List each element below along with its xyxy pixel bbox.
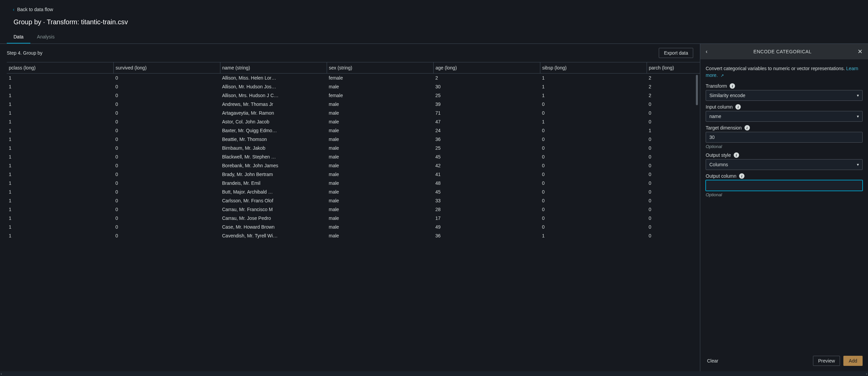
step-label: Step 4. Group by: [7, 50, 43, 56]
table-row[interactable]: 10Carlsson, Mr. Frans Olofmale3300: [7, 196, 700, 205]
table-cell: Birnbaum, Mr. Jakob: [220, 144, 327, 152]
table-row[interactable]: 10Allison, Mr. Hudson Jos…male3012: [7, 82, 700, 91]
tab-data[interactable]: Data: [7, 31, 30, 44]
table-cell: 0: [540, 152, 647, 161]
clear-button[interactable]: Clear: [706, 356, 720, 366]
table-cell: 1: [540, 117, 647, 126]
table-row[interactable]: 10Blackwell, Mr. Stephen …male4500: [7, 152, 700, 161]
table-cell: 1: [7, 91, 113, 100]
chevron-down-icon: ▾: [857, 162, 859, 167]
table-cell: 39: [433, 100, 540, 109]
back-link[interactable]: ‹ Back to data flow: [7, 5, 59, 13]
info-icon[interactable]: i: [730, 83, 735, 89]
table-cell: 0: [113, 214, 220, 223]
table-row[interactable]: 10Artagaveytia, Mr. Ramonmale7100: [7, 109, 700, 117]
info-icon[interactable]: i: [744, 125, 750, 131]
optional-hint: Optional: [706, 144, 863, 149]
table-cell: male: [327, 231, 433, 240]
table-cell: 0: [647, 161, 700, 170]
column-header[interactable]: name (string): [220, 62, 327, 74]
table-cell: Butt, Major. Archibald …: [220, 187, 327, 196]
table-row[interactable]: 10Allison, Mrs. Hudson J C…female2512: [7, 91, 700, 100]
table-cell: male: [327, 82, 433, 91]
table-cell: 1: [7, 187, 113, 196]
table-row[interactable]: 10Butt, Major. Archibald …male4500: [7, 187, 700, 196]
table-row[interactable]: 10Birnbaum, Mr. Jakobmale2500: [7, 144, 700, 152]
column-header[interactable]: pclass (long): [7, 62, 113, 74]
table-cell: female: [327, 74, 433, 83]
panel-title: ENCODE CATEGORICAL: [707, 49, 858, 54]
scroll-right-icon[interactable]: ›: [866, 372, 867, 376]
table-cell: 25: [433, 144, 540, 152]
tab-analysis[interactable]: Analysis: [30, 31, 61, 44]
table-row[interactable]: 10Case, Mr. Howard Brownmale4900: [7, 223, 700, 231]
input-column-select[interactable]: name ▾: [706, 111, 863, 122]
table-cell: 33: [433, 196, 540, 205]
data-table: pclass (long)survived (long)name (string…: [7, 62, 700, 240]
table-cell: Artagaveytia, Mr. Ramon: [220, 109, 327, 117]
table-row[interactable]: 10Cavendish, Mr. Tyrell Wi…male3610: [7, 231, 700, 240]
table-row[interactable]: 10Brady, Mr. John Bertrammale4100: [7, 170, 700, 179]
table-cell: 0: [540, 214, 647, 223]
table-cell: male: [327, 126, 433, 135]
table-scrollbar[interactable]: [696, 75, 698, 105]
close-icon[interactable]: ✕: [858, 48, 863, 55]
transform-select[interactable]: Similarity encode ▾: [706, 90, 863, 101]
preview-button[interactable]: Preview: [813, 356, 840, 366]
table-cell: male: [327, 109, 433, 117]
table-cell: male: [327, 117, 433, 126]
add-button[interactable]: Add: [843, 356, 863, 366]
panel-description: Convert categorical variables to numeric…: [706, 65, 863, 79]
target-dimension-input[interactable]: [706, 132, 863, 143]
table-cell: 28: [433, 205, 540, 214]
table-cell: 0: [647, 117, 700, 126]
table-row[interactable]: 10Carrau, Mr. Francisco Mmale2800: [7, 205, 700, 214]
table-cell: 0: [113, 135, 220, 144]
table-row[interactable]: 10Allison, Miss. Helen Lor…female212: [7, 74, 700, 83]
page-title: Group by · Transform: titantic-train.csv: [7, 13, 861, 31]
table-cell: 1: [647, 126, 700, 135]
table-row[interactable]: 10Astor, Col. John Jacobmale4710: [7, 117, 700, 126]
column-header[interactable]: age (long): [433, 62, 540, 74]
column-header[interactable]: sibsp (long): [540, 62, 647, 74]
table-cell: male: [327, 179, 433, 187]
table-cell: 1: [7, 144, 113, 152]
back-link-label: Back to data flow: [17, 7, 53, 12]
column-header[interactable]: parch (long): [647, 62, 700, 74]
table-cell: 0: [647, 187, 700, 196]
output-column-input[interactable]: [706, 180, 863, 191]
side-panel: ‹ ENCODE CATEGORICAL ✕ Convert categoric…: [700, 44, 868, 371]
table-cell: 0: [113, 91, 220, 100]
table-row[interactable]: 10Brandeis, Mr. Emilmale4800: [7, 179, 700, 187]
table-row[interactable]: 10Carrau, Mr. Jose Pedromale1700: [7, 214, 700, 223]
horizontal-scrollbar[interactable]: ‹ ›: [0, 371, 868, 376]
table-row[interactable]: 10Andrews, Mr. Thomas Jrmale3900: [7, 100, 700, 109]
table-cell: male: [327, 170, 433, 179]
table-cell: 0: [113, 205, 220, 214]
table-cell: 0: [113, 187, 220, 196]
table-cell: 1: [7, 152, 113, 161]
table-cell: 2: [647, 74, 700, 83]
output-style-select[interactable]: Columns ▾: [706, 159, 863, 170]
table-cell: 41: [433, 170, 540, 179]
scroll-left-icon[interactable]: ‹: [1, 372, 2, 376]
info-icon[interactable]: i: [734, 152, 739, 158]
chevron-left-icon: ‹: [13, 7, 15, 12]
table-cell: 0: [113, 196, 220, 205]
table-row[interactable]: 10Baxter, Mr. Quigg Edmo…male2401: [7, 126, 700, 135]
table-row[interactable]: 10Borebank, Mr. John Jamesmale4200: [7, 161, 700, 170]
column-header[interactable]: survived (long): [113, 62, 220, 74]
table-cell: 0: [647, 135, 700, 144]
table-cell: female: [327, 91, 433, 100]
export-data-button[interactable]: Export data: [659, 48, 693, 58]
table-cell: 45: [433, 152, 540, 161]
info-icon[interactable]: i: [735, 104, 741, 110]
table-cell: 0: [113, 144, 220, 152]
table-cell: 1: [7, 126, 113, 135]
table-cell: 0: [647, 170, 700, 179]
table-row[interactable]: 10Beattie, Mr. Thomsonmale3600: [7, 135, 700, 144]
table-cell: 0: [113, 126, 220, 135]
tabs: Data Analysis: [0, 31, 868, 44]
column-header[interactable]: sex (string): [327, 62, 433, 74]
info-icon[interactable]: i: [739, 173, 744, 179]
